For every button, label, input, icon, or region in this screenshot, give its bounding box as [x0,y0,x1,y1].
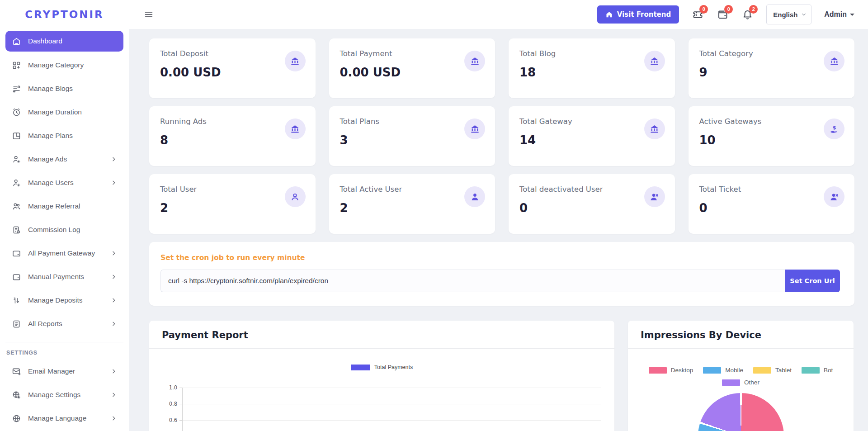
sidebar-item-manage-deposits[interactable]: Manage Deposits [5,289,123,312]
stat-value: 2 [160,201,305,215]
chevron-right-icon [111,415,117,422]
payment-report-legend[interactable]: Total Payments [163,364,601,370]
legend-swatch [703,367,721,374]
chevron-right-icon [111,321,117,327]
sidebar: CRYPTONIR DashboardManage CategoryManage… [0,0,129,431]
stat-card-total-deactivated-user: Total deactivated User0 [509,174,675,234]
language-select[interactable]: English [766,5,811,24]
impressions-title: Impressions By Device [641,330,841,341]
stat-title: Active Gateways [699,117,844,126]
legend-label: Bot [824,367,833,374]
sidebar-settings-nav: Email ManagerManage SettingsManage Langu… [0,359,129,430]
stat-card-total-active-user: Total Active User2 [329,174,495,234]
legend-item-mobile[interactable]: Mobile [703,367,743,374]
notifications-button[interactable]: 2 [741,9,754,21]
sidebar-item-manage-plans[interactable]: Manage Plans [5,124,123,147]
sidebar-item-manage-blogs[interactable]: Manage Blogs [5,77,123,100]
stat-title: Total deactivated User [519,185,664,194]
cron-url-input[interactable] [160,270,785,292]
stat-title: Total Ticket [699,185,844,194]
legend-label: Other [744,379,760,386]
gridline [182,404,601,404]
user-gear-icon [12,178,21,188]
cron-card: Set the cron job to run every minute Set… [149,242,854,306]
stat-title: Total Gateway [519,117,664,126]
legend-swatch [351,365,370,370]
stat-value: 8 [160,133,305,147]
legend-item-tablet[interactable]: Tablet [753,367,792,374]
sidebar-item-all-reports[interactable]: All Reports [5,312,123,336]
wallet-count-badge: 0 [724,5,733,14]
email-icon [12,367,21,376]
stat-icon-circle [824,118,844,139]
admin-user-label: Admin [824,10,847,19]
user-outline-icon [290,192,300,202]
legend-swatch [802,367,820,374]
chevron-right-icon [111,250,117,256]
chevron-right-icon [111,180,117,186]
stat-title: Total User [160,185,305,194]
stat-value: 0 [519,201,664,215]
visit-frontend-button[interactable]: Visit Frontend [597,5,679,24]
stats-grid: Total Deposit0.00 USDTotal Payment0.00 U… [149,38,854,234]
bank-icon [649,56,660,66]
sidebar-item-manual-payments[interactable]: Manual Payments [5,265,123,289]
legend-label: Mobile [725,367,743,374]
brand-logo[interactable]: CRYPTONIR [0,0,129,29]
stat-value: 14 [519,133,664,147]
stat-value: 0 [699,201,844,215]
notification-count-badge: 2 [749,5,758,14]
stat-card-total-deposit: Total Deposit0.00 USD [149,38,316,98]
sidebar-item-manage-ads[interactable]: Manage Ads [5,147,123,171]
stat-icon-circle [285,118,306,139]
payment-report-chart: 1.00.80.60.4 [163,379,601,431]
user-gear-icon [12,155,21,164]
ticket-count-badge: 0 [699,5,708,14]
legend-item-other[interactable]: Other [722,379,760,386]
legend-item-bot[interactable]: Bot [802,367,833,374]
axis-row: 0.6 [163,412,601,428]
sidebar-item-email-manager[interactable]: Email Manager [5,360,123,383]
sidebar-item-manage-users[interactable]: Manage Users [5,171,123,194]
category-icon [12,61,21,70]
tickets-button[interactable]: 0 [692,9,704,21]
sidebar-item-manage-duration[interactable]: Manage Duration [5,100,123,124]
sidebar-item-dashboard[interactable]: Dashboard [5,31,123,52]
bank-icon [470,56,480,66]
axis-row: 0.8 [163,396,601,412]
chevron-down-icon [801,12,807,17]
chevron-right-icon [111,297,117,303]
stat-value: 0.00 USD [160,66,305,79]
stat-card-total-payment: Total Payment0.00 USD [329,38,495,98]
admin-user-menu[interactable]: Admin [824,10,854,19]
hamburger-menu-icon[interactable] [144,9,154,19]
language-selected-value: English [773,11,797,19]
hand-dollar-icon [829,124,840,134]
stat-icon-circle [285,51,306,71]
sidebar-item-manage-language[interactable]: Manage Language [5,407,123,430]
impressions-card: Impressions By Device DesktopMobileTable… [628,321,854,431]
wallet-button[interactable]: 0 [717,9,729,21]
y-axis-line [182,388,183,431]
stat-card-total-plans: Total Plans3 [329,106,495,166]
set-cron-url-button[interactable]: Set Cron Url [785,270,840,292]
chevron-right-icon [111,156,117,162]
y-tick-label: 1.0 [163,384,177,391]
sidebar-item-manage-settings[interactable]: Manage Settings [5,383,123,407]
stat-title: Total Deposit [160,49,305,58]
sidebar-item-manage-referral[interactable]: Manage Referral [5,194,123,218]
sidebar-item-commission-log[interactable]: Commission Log [5,218,123,242]
caret-down-icon [850,14,854,16]
stat-title: Total Plans [340,117,485,126]
card-icon [12,249,21,258]
user-x-icon [649,192,660,202]
legend-item-desktop[interactable]: Desktop [649,367,693,374]
sidebar-item-all-payment-gateway[interactable]: All Payment Gateway [5,242,123,265]
sidebar-item-manage-category[interactable]: Manage Category [5,53,123,77]
impressions-pie-chart [698,393,784,431]
y-tick-label: 0.6 [163,417,177,423]
cron-heading: Set the cron job to run every minute [160,254,840,262]
payment-report-card: Payment Report Total Payments 1.00.80.60… [149,321,614,431]
chevron-right-icon [111,368,117,374]
stat-value: 10 [699,133,844,147]
